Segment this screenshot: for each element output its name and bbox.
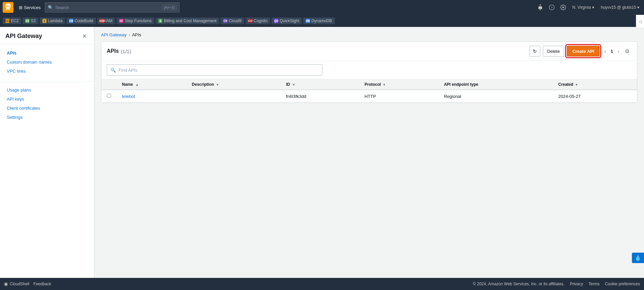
table-header-id[interactable]: ID ▾ (281, 79, 359, 90)
svg-text:?: ? (551, 6, 553, 9)
main-layout: API Gateway ✕ APIs Custom domain names V… (0, 27, 644, 278)
create-api-button[interactable]: Create API (567, 46, 600, 57)
apis-panel: APIs (1/1) ↻ Delete Create API ‹ 1 (101, 41, 637, 103)
terms-link[interactable]: Terms (588, 282, 600, 286)
content-area: API Gateway › APIs APIs (1/1) ↻ Delete (94, 27, 644, 278)
sidebar-nav: APIs Custom domain names VPC links Usage… (0, 44, 94, 130)
search-input[interactable] (55, 5, 160, 10)
sidebar-item-client-certificates[interactable]: Client certificates (0, 104, 94, 113)
notifications-button[interactable] (536, 3, 545, 12)
delete-button[interactable]: Delete (543, 46, 565, 57)
svg-rect-1 (540, 5, 541, 5)
row-id: fn6l3fk3dd (286, 94, 306, 99)
settings-button[interactable] (559, 3, 568, 12)
refresh-icon: ↻ (533, 48, 537, 54)
row-endpoint-type-cell: Regional (439, 90, 553, 103)
table-header-name[interactable]: Name ▲ (117, 79, 187, 90)
apis-search-input[interactable] (119, 68, 319, 73)
codebuild-icon: CB (69, 19, 73, 23)
table-header-description[interactable]: Description ▾ (187, 79, 281, 90)
cookie-preferences-link[interactable]: Cookie preferences (605, 282, 640, 286)
svg-point-4 (562, 7, 564, 8)
nav-lambda[interactable]: λ Lambda (40, 17, 65, 24)
cloudshell-button[interactable]: ▣ CloudShell (4, 282, 29, 286)
billing-label: Billing and Cost Management (164, 19, 217, 23)
nav-dynamodb[interactable]: DB DynamoDB (303, 17, 334, 24)
row-protocol: HTTP (364, 94, 376, 99)
services-button[interactable]: ⊞ Services (16, 4, 43, 11)
sidebar-title: API Gateway (5, 33, 42, 40)
cloud9-icon: C9 (223, 19, 227, 23)
lambda-label: Lambda (48, 19, 62, 23)
sidebar-item-custom-domain-names[interactable]: Custom domain names (0, 58, 94, 67)
panel-title-group: APIs (1/1) (107, 48, 131, 54)
page-next-button[interactable]: › (616, 48, 621, 55)
panel-header: APIs (1/1) ↻ Delete Create API ‹ 1 (101, 42, 637, 61)
row-created-cell: 2024-05-27 (553, 90, 637, 103)
privacy-link[interactable]: Privacy (570, 282, 583, 286)
ec2-icon: EC2 (5, 19, 9, 23)
cloudshell-label: CloudShell (10, 282, 29, 286)
dynamodb-icon: DB (306, 19, 310, 23)
search-shortcut: [Alt+S] (162, 5, 176, 10)
row-created: 2024-05-27 (558, 94, 581, 99)
copyright-text: © 2024, Amazon Web Services, Inc. or its… (473, 282, 565, 286)
table-row: telebot fn6l3fk3dd HTTP Regional (101, 90, 637, 103)
region-button[interactable]: N. Virginia ▾ (570, 4, 596, 11)
nav-billing[interactable]: $ Billing and Cost Management (156, 17, 219, 24)
sidebar-header: API Gateway ✕ (0, 27, 94, 44)
breadcrumb-current-page: APIs (132, 32, 141, 37)
aws-logo[interactable]: aws (3, 2, 13, 13)
table-header-created[interactable]: Created ▾ (553, 79, 637, 90)
feedback-link[interactable]: Feedback (33, 282, 51, 286)
table-header: Name ▲ Description ▾ ID ▾ Protocol ▾ API (101, 79, 637, 90)
codebuild-label: CodeBuild (74, 19, 93, 23)
table-settings-button[interactable]: ⚙ (623, 47, 632, 55)
ec2-label: EC2 (11, 19, 19, 23)
breadcrumb-api-gateway-link[interactable]: API Gateway (101, 32, 127, 37)
sidebar-item-vpc-links[interactable]: VPC links (0, 67, 94, 76)
page-prev-button[interactable]: ‹ (602, 48, 608, 55)
table-body: telebot fn6l3fk3dd HTTP Regional (101, 90, 637, 103)
row-description-cell (187, 90, 281, 103)
billing-icon: $ (158, 19, 162, 23)
breadcrumb: API Gateway › APIs (101, 32, 637, 37)
iam-icon: IAM (100, 19, 104, 23)
sidebar-item-usage-plans[interactable]: Usage plans (0, 85, 94, 95)
nav-iam[interactable]: IAM IAM (97, 17, 115, 24)
helper-float-button[interactable]: 💧 (632, 253, 644, 263)
dynamodb-label: DynamoDB (311, 19, 332, 23)
sidebar-primary-section: APIs Custom domain names VPC links (0, 48, 94, 80)
create-api-label: Create API (572, 49, 594, 54)
right-panel-toggle[interactable]: ◁ (636, 27, 644, 28)
sidebar-item-api-keys[interactable]: API keys (0, 95, 94, 104)
refresh-button[interactable]: ↻ (529, 46, 540, 57)
quicksight-icon: QS (274, 19, 278, 23)
panel-title: APIs (107, 48, 119, 54)
stepfunctions-icon: SF (119, 19, 123, 23)
nav-stepfunctions[interactable]: SF Step Functions (117, 17, 154, 24)
sidebar-item-apis[interactable]: APIs (0, 48, 94, 58)
region-arrow: ▾ (592, 5, 594, 10)
nav-right: ? N. Virginia ▾ huyvv15 @ glutis15 ▾ (536, 3, 641, 12)
svg-text:aws: aws (6, 5, 10, 7)
row-select-radio[interactable] (107, 94, 111, 98)
nav-quicksight[interactable]: QS QuickSight (271, 17, 302, 24)
user-menu-button[interactable]: huyvv15 @ glutis15 ▾ (599, 4, 641, 11)
sidebar-divider (0, 81, 94, 81)
sidebar-item-settings[interactable]: Settings (0, 113, 94, 122)
nav-cloud9[interactable]: C9 Cloud9 (221, 17, 244, 24)
table-header-protocol[interactable]: Protocol ▾ (359, 79, 439, 90)
nav-s3[interactable]: S3 S3 (23, 17, 38, 24)
api-name-link[interactable]: telebot (122, 94, 135, 99)
nav-cognito[interactable]: CO Cognito (246, 17, 270, 24)
search-icon: 🔍 (48, 5, 53, 10)
region-label: N. Virginia (572, 5, 591, 10)
nav-codebuild[interactable]: CB CodeBuild (66, 17, 96, 24)
global-search[interactable]: 🔍 [Alt+S] (45, 2, 180, 12)
service-navigation: EC2 EC2 S3 S3 λ Lambda CB CodeBuild IAM … (0, 15, 644, 27)
table-search-container: 🔍 (101, 61, 637, 79)
help-button[interactable]: ? (547, 3, 556, 12)
sidebar-close-button[interactable]: ✕ (80, 32, 89, 40)
nav-ec2[interactable]: EC2 EC2 (3, 17, 21, 24)
